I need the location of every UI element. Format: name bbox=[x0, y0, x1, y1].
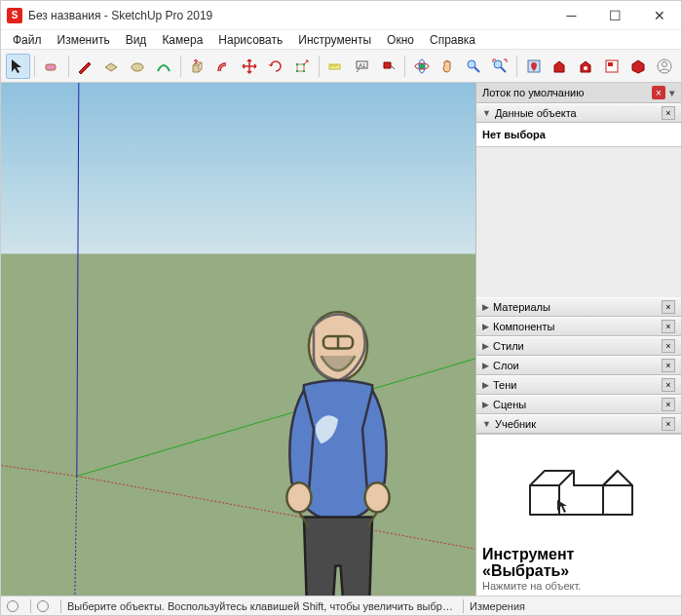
panel-layers[interactable]: ▶ Слои × bbox=[476, 356, 681, 375]
svg-point-10 bbox=[419, 63, 425, 69]
svg-rect-3 bbox=[296, 63, 298, 65]
panel-close-icon[interactable]: × bbox=[662, 378, 675, 392]
tray-title[interactable]: Лоток по умолчанию × ▾ bbox=[476, 83, 681, 103]
panel-close-icon[interactable]: × bbox=[662, 300, 675, 314]
zoom-tool[interactable] bbox=[462, 54, 486, 79]
panel-shadows[interactable]: ▶ Тени × bbox=[476, 375, 681, 395]
circle-tool[interactable] bbox=[126, 54, 150, 79]
zoom-extents-tool[interactable] bbox=[488, 54, 512, 79]
panel-close-icon[interactable]: × bbox=[662, 398, 675, 411]
svg-point-31 bbox=[286, 482, 311, 512]
panel-components[interactable]: ▶ Компоненты × bbox=[476, 317, 681, 336]
status-indicator-icon[interactable] bbox=[7, 600, 19, 612]
pushpull-tool[interactable] bbox=[185, 54, 209, 79]
menu-help[interactable]: Справка bbox=[422, 31, 483, 49]
arc-tool[interactable] bbox=[152, 54, 176, 79]
scale-figure[interactable] bbox=[103, 302, 476, 596]
chevron-right-icon: ▶ bbox=[482, 361, 489, 370]
instructor-sub: Нажмите на объект. bbox=[482, 580, 675, 592]
paint-tool[interactable] bbox=[376, 54, 400, 79]
chevron-right-icon: ▶ bbox=[482, 380, 489, 390]
panel-entity-info[interactable]: ▼ Данные объекта × bbox=[476, 103, 681, 123]
panel-close-icon[interactable]: × bbox=[662, 106, 675, 120]
instructor-body: Инструмент «Выбрать» Нажмите на объект. … bbox=[476, 434, 681, 597]
instructor-title-2: «Выбрать» bbox=[482, 562, 569, 579]
panel-label: Материалы bbox=[493, 301, 550, 313]
offset-tool[interactable] bbox=[211, 54, 236, 79]
svg-marker-22 bbox=[1, 83, 475, 253]
tray-title-label: Лоток по умолчанию bbox=[482, 87, 584, 98]
panel-close-icon[interactable]: × bbox=[662, 417, 675, 431]
3dwarehouse-tool[interactable] bbox=[548, 54, 572, 79]
svg-rect-6 bbox=[303, 70, 305, 72]
panel-materials[interactable]: ▶ Материалы × bbox=[476, 297, 681, 317]
minimize-button[interactable]: ─ bbox=[549, 1, 593, 29]
panel-styles[interactable]: ▶ Стили × bbox=[476, 336, 681, 356]
extension-warehouse-tool[interactable] bbox=[574, 54, 598, 79]
panel-close-icon[interactable]: × bbox=[662, 359, 675, 372]
menubar: Файл Изменить Вид Камера Нарисовать Инст… bbox=[1, 30, 681, 50]
panel-scenes[interactable]: ▶ Сцены × bbox=[476, 395, 681, 414]
measurements-label: Измерения bbox=[470, 600, 525, 612]
add-location-tool[interactable] bbox=[521, 54, 546, 79]
svg-point-14 bbox=[494, 60, 502, 68]
svg-point-1 bbox=[132, 63, 143, 71]
svg-point-32 bbox=[365, 482, 390, 512]
app-icon: S bbox=[7, 8, 22, 23]
viewport[interactable] bbox=[1, 83, 476, 596]
svg-text:A1: A1 bbox=[359, 62, 366, 68]
user-button[interactable] bbox=[652, 54, 676, 79]
status-indicator-icon[interactable] bbox=[37, 600, 49, 612]
menu-draw[interactable]: Нарисовать bbox=[210, 31, 290, 49]
panel-close-icon[interactable]: × bbox=[662, 320, 675, 333]
pan-tool[interactable] bbox=[436, 54, 460, 79]
panel-close-icon[interactable]: × bbox=[662, 339, 675, 353]
menu-window[interactable]: Окно bbox=[379, 31, 422, 49]
panel-label: Данные объекта bbox=[495, 107, 577, 119]
svg-point-16 bbox=[584, 66, 587, 70]
scale-tool[interactable] bbox=[289, 54, 314, 79]
menu-view[interactable]: Вид bbox=[118, 31, 155, 49]
main-area: Лоток по умолчанию × ▾ ▼ Данные объекта … bbox=[1, 83, 681, 596]
pencil-tool[interactable] bbox=[73, 54, 97, 79]
chevron-right-icon: ▶ bbox=[482, 302, 489, 312]
close-button[interactable]: ✕ bbox=[637, 1, 681, 29]
menu-file[interactable]: Файл bbox=[5, 31, 50, 49]
svg-rect-18 bbox=[608, 62, 613, 66]
rectangle-tool[interactable] bbox=[99, 54, 124, 79]
chevron-down-icon: ▼ bbox=[482, 419, 491, 429]
status-bar: Выберите объекты. Воспользуйтесь клавише… bbox=[1, 596, 681, 615]
tray-pin-icon[interactable]: ▾ bbox=[669, 87, 675, 99]
status-hint: Выберите объекты. Воспользуйтесь клавише… bbox=[67, 600, 457, 612]
chevron-right-icon: ▶ bbox=[482, 341, 489, 351]
tray-close-icon[interactable]: × bbox=[652, 86, 665, 99]
svg-point-13 bbox=[468, 60, 475, 68]
text-tool[interactable]: A1 bbox=[350, 54, 374, 79]
instructor-title-1: Инструмент bbox=[482, 546, 574, 562]
extensions-tool[interactable] bbox=[625, 54, 650, 79]
panel-label: Компоненты bbox=[493, 321, 554, 332]
panel-label: Слои bbox=[493, 360, 519, 371]
entity-info-body: Нет выбора bbox=[476, 123, 681, 147]
menu-edit[interactable]: Изменить bbox=[50, 31, 118, 49]
panel-label: Стили bbox=[493, 340, 524, 352]
eraser-tool[interactable] bbox=[40, 54, 64, 79]
maximize-button[interactable]: ☐ bbox=[593, 1, 637, 29]
layout-tool[interactable] bbox=[600, 54, 625, 79]
chevron-right-icon: ▶ bbox=[482, 400, 489, 409]
menu-camera[interactable]: Камера bbox=[154, 31, 210, 49]
panel-instructor[interactable]: ▼ Учебник × bbox=[476, 414, 681, 434]
move-tool[interactable] bbox=[238, 54, 262, 79]
default-tray: Лоток по умолчанию × ▾ ▼ Данные объекта … bbox=[476, 83, 681, 596]
rotate-tool[interactable] bbox=[264, 54, 288, 79]
svg-rect-0 bbox=[46, 64, 56, 70]
instructor-illustration bbox=[511, 446, 647, 534]
orbit-tool[interactable] bbox=[409, 54, 434, 79]
window-title: Без названия - SketchUp Pro 2019 bbox=[28, 9, 549, 22]
toolbar: A1 bbox=[1, 50, 681, 83]
select-tool[interactable] bbox=[6, 54, 30, 79]
menu-tools[interactable]: Инструменты bbox=[290, 31, 379, 49]
tape-tool[interactable] bbox=[323, 54, 348, 79]
svg-rect-2 bbox=[297, 64, 304, 71]
chevron-down-icon: ▼ bbox=[482, 108, 491, 118]
